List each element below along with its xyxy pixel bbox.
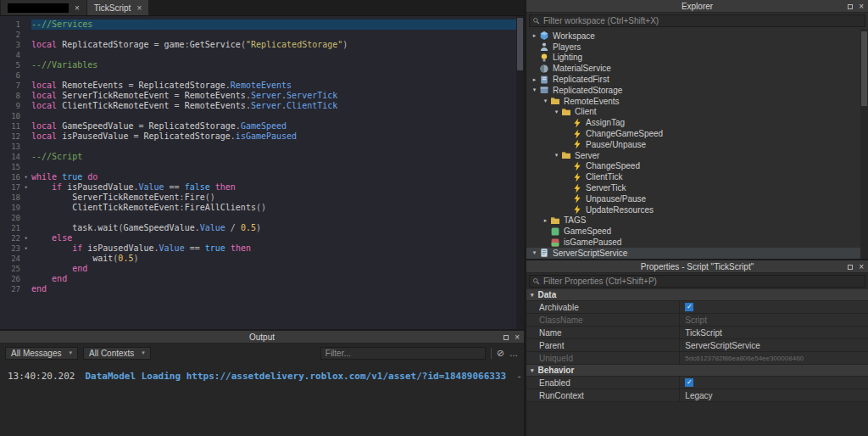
code-line-25[interactable]: 25 end xyxy=(0,264,516,274)
explorer-item-isgamepaused[interactable]: isGamePaused xyxy=(526,237,868,248)
code-line-10[interactable]: 10 xyxy=(0,111,516,121)
property-value[interactable]: Legacy xyxy=(680,389,868,401)
expander-expanded-icon[interactable]: ▾ xyxy=(530,87,539,93)
token-num: 0.5 xyxy=(241,223,256,232)
expander-expanded-icon[interactable]: ▾ xyxy=(531,367,534,374)
code-line-19[interactable]: 19 ClientTickRemoteEvent:FireAllClients(… xyxy=(0,203,516,213)
explorer-filter-input[interactable] xyxy=(529,14,865,27)
expander-collapsed-icon[interactable]: ▸ xyxy=(530,32,539,39)
expander-collapsed-icon[interactable]: ▸ xyxy=(541,217,550,224)
code-line-23[interactable]: 23▾ if isPausedValue.Value == true then xyxy=(0,243,516,254)
explorer-item-replicatedstorage[interactable]: ▾ReplicatedStorage xyxy=(526,85,868,96)
code-line-6[interactable]: 6 xyxy=(0,70,516,81)
code-line-5[interactable]: 5--//Variables xyxy=(0,60,516,70)
explorer-item-remoteevents[interactable]: ▾RemoteEvents xyxy=(526,96,868,107)
float-panel-icon[interactable] xyxy=(504,335,509,340)
code-line-12[interactable]: 12local isPausedValue = ReplicatedStorag… xyxy=(0,131,516,142)
code-line-16[interactable]: 16▾while true do xyxy=(0,172,516,182)
property-value[interactable]: ServerScriptService xyxy=(680,339,868,351)
property-value[interactable]: TickScript xyxy=(680,327,868,338)
section-header-data[interactable]: ▾Data xyxy=(526,289,868,301)
code-line-1[interactable]: 1--//Services xyxy=(0,20,516,30)
explorer-item-server[interactable]: ▾Server xyxy=(526,150,868,161)
expander-expanded-icon[interactable]: ▾ xyxy=(552,109,561,115)
section-header-behavior[interactable]: ▾Behavior xyxy=(526,365,868,377)
explorer-item-lighting[interactable]: Lighting xyxy=(526,53,868,64)
token-kw: end xyxy=(31,284,47,293)
code-line-26[interactable]: 26 end xyxy=(0,274,516,284)
code-line-20[interactable]: 20 xyxy=(0,213,516,223)
code-line-9[interactable]: 9local ClientTickRemoteEvent = RemoteEve… xyxy=(0,101,516,111)
explorer-scrollbar[interactable] xyxy=(860,29,868,259)
fold-arrow-icon[interactable]: ▾ xyxy=(20,182,31,193)
float-panel-icon[interactable] xyxy=(848,265,853,270)
token-op: () xyxy=(205,193,215,202)
close-icon[interactable]: × xyxy=(515,333,520,342)
code-line-24[interactable]: 24 wait(0.5) xyxy=(0,254,516,264)
code-line-17[interactable]: 17▾ if isPausedValue.Value == false then xyxy=(0,182,516,193)
tab-close-icon[interactable]: × xyxy=(136,3,142,13)
code-line-14[interactable]: 14--//Script xyxy=(0,152,516,162)
explorer-item-client[interactable]: ▾Client xyxy=(526,107,868,118)
explorer-item-clienttick[interactable]: ClientTick xyxy=(526,171,868,182)
token-pl: wait xyxy=(31,254,113,263)
log-line[interactable]: 13:40:20.202 DataModel Loading https://a… xyxy=(8,371,516,382)
code-line-8[interactable]: 8local ServerTickRemoteEvent = RemoteEve… xyxy=(0,91,516,101)
code-line-2[interactable]: 2 xyxy=(0,30,516,40)
explorer-item-changespeed[interactable]: ChangeSpeed xyxy=(526,161,868,172)
code-line-3[interactable]: 3local ReplicatedStorage = game:GetServi… xyxy=(0,40,516,50)
explorer-item-updateresources[interactable]: UpdateResources xyxy=(526,204,868,215)
fold-arrow-icon[interactable]: ▾ xyxy=(20,233,31,243)
properties-filter-input[interactable] xyxy=(529,275,865,288)
explorer-item-serverscriptservice[interactable]: ▾ServerScriptService xyxy=(526,248,868,259)
explorer-item-assigntag[interactable]: AssignTag xyxy=(526,117,868,128)
explorer-item-servertick[interactable]: ServerTick xyxy=(526,182,868,193)
explorer-item-gamespeed[interactable]: GameSpeed xyxy=(526,226,868,237)
code-line-11[interactable]: 11local GameSpeedValue = ReplicatedStora… xyxy=(0,121,516,131)
overflow-menu-icon[interactable]: … xyxy=(509,349,519,358)
expander-expanded-icon[interactable]: ▾ xyxy=(552,152,561,159)
code-line-13[interactable]: 13 xyxy=(0,142,516,152)
editor-tab-tickscript[interactable]: TickScript× xyxy=(87,0,148,15)
fold-arrow-icon[interactable]: ▾ xyxy=(20,243,31,254)
explorer-scrollbar-thumb[interactable] xyxy=(861,31,867,106)
code-line-15[interactable]: 15 xyxy=(0,162,516,172)
editor-scrollbar[interactable] xyxy=(516,16,524,329)
float-panel-icon[interactable] xyxy=(848,4,853,9)
explorer-item-changegamespeed[interactable]: ChangeGameSpeed xyxy=(526,128,868,139)
code-line-22[interactable]: 22▾ else xyxy=(0,233,516,243)
code-line-7[interactable]: 7local RemoteEvents = ReplicatedStorage.… xyxy=(0,81,516,91)
explorer-item-unpause-pause[interactable]: Unpause/Pause xyxy=(526,193,868,204)
all-messages-dropdown[interactable]: All Messages ▾ xyxy=(5,347,78,360)
code-line-4[interactable]: 4 xyxy=(0,50,516,60)
tab-close-icon[interactable]: × xyxy=(75,3,80,13)
expander-expanded-icon[interactable]: ▾ xyxy=(530,249,539,256)
all-contexts-dropdown[interactable]: All Contexts ▾ xyxy=(83,347,151,360)
archivable-checkbox[interactable]: ✓ xyxy=(685,303,693,311)
editor-tab-censored[interactable]: × xyxy=(1,0,86,15)
close-icon[interactable]: × xyxy=(859,3,864,11)
code-line-27[interactable]: 27end xyxy=(0,284,516,294)
explorer-item-materialservice[interactable]: MaterialService xyxy=(526,63,868,74)
fold-arrow-icon[interactable]: ▾ xyxy=(20,172,31,182)
enabled-checkbox[interactable]: ✓ xyxy=(685,378,693,387)
property-value[interactable]: ✓ xyxy=(680,377,868,388)
script-editor[interactable]: 1--//Services23local ReplicatedStorage =… xyxy=(0,15,524,329)
clear-output-icon[interactable]: ⊘ xyxy=(497,348,504,359)
explorer-item-replicatedfirst[interactable]: ▸ReplicatedFirst xyxy=(526,74,868,85)
editor-scrollbar-thumb[interactable] xyxy=(517,18,523,70)
explorer-item-tags[interactable]: ▸TAGS xyxy=(526,215,868,226)
code-line-21[interactable]: 21 task.wait(GameSpeedValue.Value / 0.5) xyxy=(0,223,516,233)
explorer-item-players[interactable]: Players xyxy=(526,42,868,53)
code-line-18[interactable]: 18 ServerTickRemoteEvent:Fire() xyxy=(0,193,516,203)
explorer-item-workspace[interactable]: ▸Workspace xyxy=(526,31,868,42)
property-value[interactable]: ✓ xyxy=(680,301,868,313)
expander-expanded-icon[interactable]: ▾ xyxy=(531,292,534,299)
close-icon[interactable]: × xyxy=(859,263,864,271)
property-row-runcontext: RunContextLegacy xyxy=(526,389,868,402)
explorer-item-pause-unpause[interactable]: Pause/Unpause xyxy=(526,139,868,150)
output-filter-input[interactable] xyxy=(320,347,486,360)
token-kw: then xyxy=(215,182,236,192)
expander-collapsed-icon[interactable]: ▸ xyxy=(530,76,539,83)
expander-expanded-icon[interactable]: ▾ xyxy=(541,98,550,104)
